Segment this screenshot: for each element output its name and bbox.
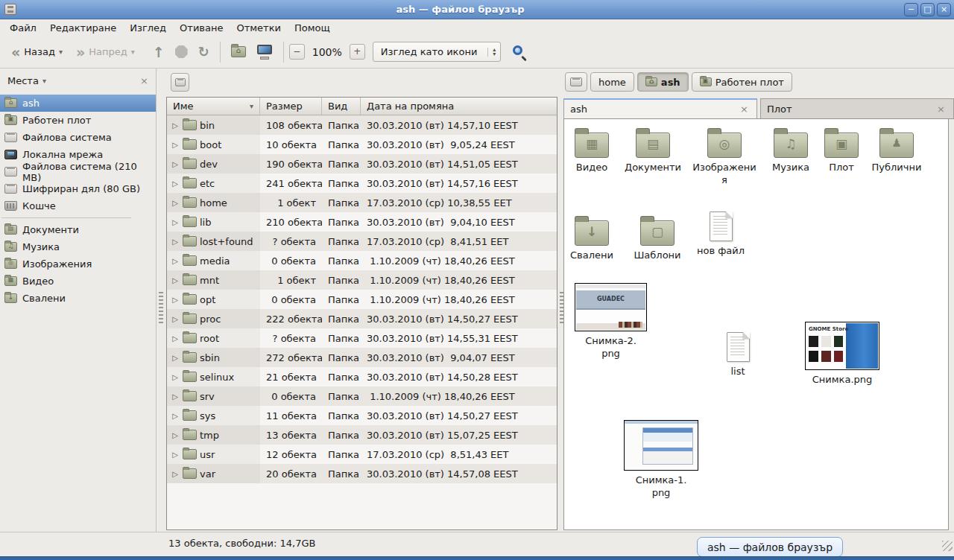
tab-close-icon[interactable]: ×: [738, 104, 751, 115]
expander-icon[interactable]: ▷: [171, 296, 180, 304]
expander-icon[interactable]: ▷: [171, 199, 180, 207]
reload-button[interactable]: ↻: [193, 42, 215, 62]
tree-row[interactable]: ▷ tmp 13 обекта Папка 30.03.2010 (вт) 15…: [167, 425, 557, 445]
sidebar-item[interactable]: Файлова система: [0, 129, 156, 146]
tree-row[interactable]: ▷ root ? обекта Папка 30.03.2010 (вт) 14…: [167, 328, 557, 348]
zoom-in-button[interactable]: +: [350, 44, 365, 60]
column-header-name[interactable]: Име ▾: [167, 98, 260, 115]
forward-history-dropdown-icon[interactable]: ▾: [131, 48, 135, 56]
tree-row[interactable]: ▷ var 20 обекта Папка 30.03.2010 (вт) 14…: [167, 464, 557, 483]
column-header-size[interactable]: Размер: [260, 98, 322, 115]
sidebar-splitter[interactable]: [157, 69, 165, 532]
icon-view-item[interactable]: Публични: [865, 127, 928, 174]
tree-row[interactable]: ▷ mnt 1 обект Папка 1.10.2009 (чт) 18,40…: [167, 270, 557, 290]
icon-view-item[interactable]: нов файл: [692, 211, 749, 257]
tab-ash[interactable]: ash ×: [563, 98, 757, 118]
expander-icon[interactable]: ▷: [171, 334, 180, 343]
menu-item[interactable]: Отиване: [173, 21, 230, 35]
tree-row[interactable]: ▷ sbin 272 обекта Папка 30.03.2010 (вт) …: [167, 348, 557, 367]
column-header-type[interactable]: Вид: [322, 98, 361, 115]
expander-icon[interactable]: ▷: [171, 373, 180, 381]
icon-view-item[interactable]: Плот: [821, 127, 862, 174]
icon-view-item[interactable]: Снимка.png: [804, 322, 880, 386]
sidebar-item[interactable]: [0, 214, 156, 221]
menu-item[interactable]: Помощ: [288, 21, 337, 35]
path-button-ash[interactable]: ash: [637, 72, 689, 92]
expander-icon[interactable]: ▷: [171, 238, 180, 246]
menu-item[interactable]: Файл: [3, 21, 43, 35]
expander-icon[interactable]: ▷: [171, 121, 180, 130]
expander-icon[interactable]: ▷: [171, 354, 180, 362]
tree-row[interactable]: ▷ etc 241 обекта Папка 30.03.2010 (вт) 1…: [167, 174, 557, 193]
sidebar-item[interactable]: Шифриран дял (80 GB): [0, 180, 156, 197]
up-button[interactable]: ↑: [148, 42, 170, 62]
tree-row[interactable]: ▷ proc 222 обекта Папка 30.03.2010 (вт) …: [167, 309, 557, 328]
tab-close-icon[interactable]: ×: [935, 104, 947, 115]
column-header-date[interactable]: Дата на промяна: [361, 98, 557, 115]
sidebar-item[interactable]: Файлова система (210 MB): [0, 163, 156, 180]
expander-icon[interactable]: ▷: [171, 392, 180, 401]
close-button[interactable]: ×: [937, 3, 951, 16]
sidebar-pane-selector[interactable]: Места ▾: [7, 75, 137, 86]
tree-root-button[interactable]: [171, 73, 189, 92]
zoom-out-button[interactable]: −: [289, 44, 305, 60]
minimize-button[interactable]: −: [904, 3, 918, 16]
path-button-home[interactable]: home: [590, 72, 634, 92]
tree-row[interactable]: ▷ lib 210 обекта Папка 30.03.2010 (вт) 9…: [167, 212, 557, 232]
tree-row[interactable]: ▷ lost+found ? обекта Папка 17.03.2010 (…: [167, 232, 557, 251]
sidebar-item[interactable]: Видео: [0, 273, 156, 290]
sidebar-item[interactable]: ash: [0, 95, 156, 112]
tree-row[interactable]: ▷ sys 11 обекта Папка 30.03.2010 (вт) 14…: [167, 406, 557, 425]
tree-row[interactable]: ▷ home 1 обект Папка 17.03.2010 (ср) 10,…: [167, 193, 557, 212]
view-mode-select[interactable]: Изглед като икони ▴▾: [373, 42, 502, 62]
window-menu-icon[interactable]: [4, 4, 16, 15]
search-button[interactable]: [511, 44, 528, 60]
computer-button[interactable]: [251, 42, 278, 63]
expander-icon[interactable]: ▷: [171, 451, 180, 459]
tree-row[interactable]: ▷ dev 190 обекта Папка 30.03.2010 (вт) 1…: [167, 154, 557, 174]
resize-grip[interactable]: [942, 541, 953, 551]
expander-icon[interactable]: ▷: [171, 218, 180, 226]
stop-button[interactable]: [170, 42, 193, 61]
menu-item[interactable]: Редактиране: [43, 21, 123, 35]
sidebar-item[interactable]: Свалени: [0, 290, 156, 307]
titlebar[interactable]: ash — файлов браузър − □ ×: [0, 0, 954, 19]
splitter-grip[interactable]: [159, 292, 163, 325]
icon-view-item[interactable]: Документи: [619, 127, 686, 174]
sidebar-item[interactable]: Изображения: [0, 255, 156, 273]
home-button[interactable]: ⌂: [226, 43, 251, 60]
back-button[interactable]: « Назад ▾: [6, 42, 68, 62]
icon-view-item[interactable]: Шаблони: [631, 214, 683, 261]
tree-row[interactable]: ▷ selinux 21 обекта Папка 30.03.2010 (вт…: [167, 367, 557, 386]
tree-row[interactable]: ▷ boot 10 обекта Папка 30.03.2010 (вт) 9…: [167, 135, 557, 154]
icon-view-item[interactable]: Свалени: [569, 214, 615, 261]
icon-view-item[interactable]: Снимка-1.png: [623, 420, 699, 499]
tree-row[interactable]: ▷ media 0 обекта Папка 1.10.2009 (чт) 18…: [167, 251, 557, 270]
expander-icon[interactable]: ▷: [171, 141, 180, 149]
expander-icon[interactable]: ▷: [171, 257, 180, 265]
icon-view-item[interactable]: Музика: [762, 127, 819, 174]
menu-item[interactable]: Изглед: [123, 21, 173, 35]
expander-icon[interactable]: ▷: [171, 276, 180, 284]
path-root-button[interactable]: [565, 72, 587, 92]
sidebar-item[interactable]: Кошче: [0, 197, 156, 214]
sidebar-item[interactable]: Музика: [0, 238, 156, 255]
icon-view-item[interactable]: Видео: [569, 127, 615, 174]
tree-row[interactable]: ▷ srv 0 обекта Папка 1.10.2009 (чт) 18,4…: [167, 386, 557, 406]
tree-row[interactable]: ▷ usr 12 обекта Папка 17.03.2010 (ср) 8,…: [167, 445, 557, 464]
back-history-dropdown-icon[interactable]: ▾: [59, 48, 63, 56]
icon-view-item[interactable]: Изображения: [692, 127, 756, 186]
tree-row[interactable]: ▷ opt 0 обекта Папка 1.10.2009 (чт) 18,4…: [167, 290, 557, 309]
sidebar-close-icon[interactable]: ×: [137, 75, 151, 86]
tree-row[interactable]: ▷ bin 108 обекта Папка 30.03.2010 (вт) 1…: [167, 115, 557, 135]
expander-icon[interactable]: ▷: [171, 412, 180, 420]
icon-view-item[interactable]: list: [713, 332, 762, 378]
expander-icon[interactable]: ▷: [171, 160, 180, 168]
sidebar-item[interactable]: Документи: [0, 221, 156, 238]
maximize-button[interactable]: □: [920, 3, 935, 16]
icon-view-item[interactable]: Снимка-2.png: [574, 283, 648, 360]
expander-icon[interactable]: ▷: [171, 315, 180, 323]
path-button-desktop[interactable]: Работен плот: [692, 72, 792, 92]
expander-icon[interactable]: ▷: [171, 179, 180, 188]
menu-item[interactable]: Отметки: [230, 21, 287, 35]
